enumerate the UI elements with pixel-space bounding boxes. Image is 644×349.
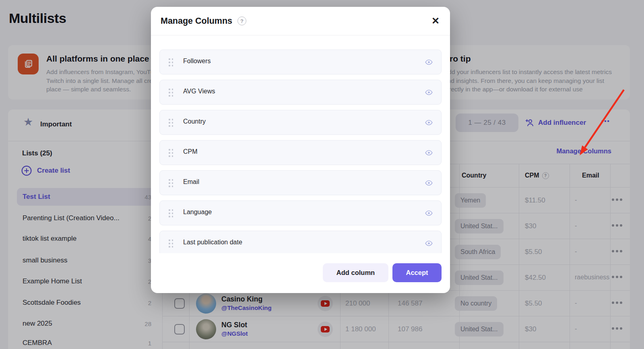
column-row-followers[interactable]: Followers [159, 50, 442, 74]
column-row-email[interactable]: Email [159, 170, 442, 195]
column-row-country[interactable]: Country [159, 110, 442, 135]
column-label: Followers [183, 58, 211, 65]
modal-footer: Add column Accept [323, 263, 442, 282]
column-label: Email [183, 178, 199, 186]
column-row-language[interactable]: Language [159, 200, 442, 225]
drag-handle-icon[interactable] [168, 88, 173, 97]
columns-list: Followers AVG Views Country CPM [151, 35, 450, 253]
eye-visibility-icon[interactable] [425, 118, 433, 128]
column-row-last-publication-date[interactable]: Last publication date [159, 231, 442, 253]
eye-visibility-icon[interactable] [425, 179, 433, 189]
eye-visibility-icon[interactable] [425, 239, 433, 249]
accept-button[interactable]: Accept [392, 263, 442, 282]
eye-visibility-icon[interactable] [425, 58, 433, 68]
column-row-avg-views[interactable]: AVG Views [159, 80, 442, 105]
column-label: Country [183, 118, 206, 125]
close-icon[interactable]: ✕ [431, 16, 440, 26]
column-label: AVG Views [183, 88, 215, 95]
drag-handle-icon[interactable] [168, 178, 173, 187]
modal-header: Manage Columns ? ✕ [151, 7, 450, 35]
drag-handle-icon[interactable] [168, 118, 173, 127]
column-label: CPM [183, 148, 198, 155]
column-label: Last publication date [183, 239, 242, 246]
column-label: Language [183, 209, 212, 216]
eye-visibility-icon[interactable] [425, 88, 433, 98]
eye-visibility-icon[interactable] [425, 149, 433, 159]
add-column-button[interactable]: Add column [323, 263, 388, 282]
modal-title: Manage Columns [161, 16, 232, 26]
column-row-cpm[interactable]: CPM [159, 140, 442, 165]
drag-handle-icon[interactable] [168, 148, 173, 157]
drag-handle-icon[interactable] [168, 239, 173, 248]
drag-handle-icon[interactable] [168, 58, 173, 66]
drag-handle-icon[interactable] [168, 209, 173, 217]
manage-columns-modal: Manage Columns ? ✕ Followers AVG Views C… [151, 7, 450, 293]
help-icon[interactable]: ? [237, 17, 246, 25]
eye-visibility-icon[interactable] [425, 209, 433, 219]
